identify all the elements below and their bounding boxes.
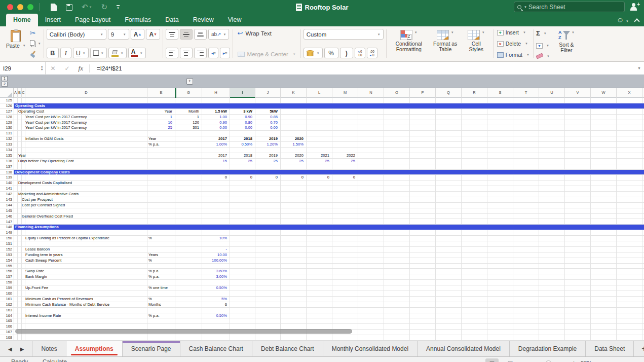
grid-cell[interactable]: 2017 <box>202 153 230 159</box>
increase-font-size-button[interactable]: A▲ <box>131 29 145 40</box>
font-name-combo[interactable]: Calibri (Body)▼ <box>47 29 106 40</box>
grid-cell[interactable]: 25 <box>255 159 281 164</box>
redo-icon[interactable]: ↻ <box>101 0 108 14</box>
paste-button[interactable]: Paste▼ <box>4 29 28 58</box>
section-banner[interactable]: Development Company Costs <box>14 170 644 175</box>
cell-styles-button[interactable]: ▼ Cell Styles <box>462 29 490 58</box>
column-header-H[interactable]: H <box>202 88 230 98</box>
grid-cell[interactable]: 120 <box>175 120 202 126</box>
autosum-button[interactable]: Σ▼ <box>536 29 550 37</box>
column-header-A[interactable]: A <box>14 88 18 98</box>
column-header-B[interactable]: B <box>18 88 22 98</box>
grid-cell[interactable]: 2019 <box>255 153 281 159</box>
insert-function-icon[interactable]: fx <box>79 64 90 73</box>
grid-cell[interactable]: 25 <box>147 125 175 131</box>
ribbon-tab-home[interactable]: Home <box>6 14 38 26</box>
grid-cell[interactable]: 0.85 <box>255 115 281 120</box>
decrease-font-size-button[interactable]: A▼ <box>146 29 160 40</box>
grid-cell[interactable]: 10.00 <box>202 252 230 258</box>
row-header-133[interactable]: 133 <box>0 142 12 147</box>
grid-cell[interactable]: 3.00% <box>202 274 230 280</box>
increase-indent-button[interactable]: ▸≡ <box>220 48 230 58</box>
column-header-C[interactable]: C <box>22 88 25 98</box>
row-header-125[interactable]: 125 <box>0 98 12 103</box>
accounting-format-button[interactable]: ▼ <box>304 48 323 58</box>
share-person-add-icon[interactable]: + <box>630 3 639 11</box>
ribbon-tab-review[interactable]: Review <box>186 14 221 26</box>
formula-input[interactable]: =I24*I$21 <box>97 65 122 71</box>
sheet-tab-degradation-example[interactable]: Degradation Example <box>510 341 586 356</box>
row-header-147[interactable]: 147 <box>0 220 12 225</box>
grid-cell[interactable]: 0 <box>281 175 307 180</box>
row-header-127[interactable]: 127 <box>0 109 12 114</box>
grid-cell-label[interactable]: Marketing and Administrative Costs <box>18 192 79 197</box>
row-header-140[interactable]: 140 <box>0 180 12 186</box>
sheet-tab-assumptions[interactable]: Assumptions <box>66 341 123 356</box>
grid-cell-label[interactable]: Equity Funding as Percent of Capital Exp… <box>25 236 109 241</box>
grid-cell[interactable]: 0 <box>255 175 281 180</box>
row-header-165[interactable]: 165 <box>0 318 12 323</box>
grid-cell[interactable]: 2019 <box>255 136 281 142</box>
zoom-in-icon[interactable]: + <box>572 359 576 362</box>
grid-cell[interactable]: 0.50% <box>230 142 255 148</box>
row-header-138[interactable]: 138 <box>0 170 12 175</box>
column-header-W[interactable]: W <box>591 88 617 98</box>
grid-cell[interactable]: % p.a. <box>147 274 175 280</box>
align-center-button[interactable] <box>180 48 193 58</box>
row-header-157[interactable]: 157 <box>0 274 12 279</box>
grid-cell[interactable]: 1.5 kW <box>202 109 230 115</box>
grid-cell-label[interactable]: Swap Rate <box>25 269 44 274</box>
minimize-window-button[interactable] <box>17 4 23 10</box>
ribbon-tab-formulas[interactable]: Formulas <box>118 14 158 26</box>
grid-cell[interactable]: 5% <box>202 297 230 302</box>
grid-cell[interactable]: Year <box>147 109 175 115</box>
grid-cell[interactable]: 1.00 <box>202 115 230 120</box>
grid-cell[interactable]: Month <box>175 109 202 115</box>
row-header-145[interactable]: 145 <box>0 208 12 213</box>
underline-button[interactable]: U▼ <box>73 48 89 58</box>
number-format-combo[interactable]: Custom▼ <box>304 29 384 40</box>
row-header-154[interactable]: 154 <box>0 258 12 263</box>
grid-cell[interactable]: 301 <box>175 125 202 131</box>
row-header-168[interactable]: 168 <box>0 335 12 340</box>
sheet-tab-monthly-consolidated-model[interactable]: Monthly Consolidated Model <box>323 341 418 356</box>
grid-cell[interactable]: 5kW <box>255 109 281 115</box>
align-bottom-button[interactable] <box>194 29 207 40</box>
grid-cell[interactable]: 2017 <box>202 136 230 142</box>
grid-cell-label[interactable]: Operating Cost <box>18 109 44 115</box>
column-header-D[interactable]: D <box>25 88 147 98</box>
bold-button[interactable]: B <box>47 48 59 58</box>
sheet-tab-scenario-page[interactable]: Scenario Page <box>123 341 180 356</box>
grid-cell-label[interactable]: Cash Sweep Percent <box>25 258 61 264</box>
collapse-ribbon-icon[interactable] <box>634 18 639 24</box>
comma-style-button[interactable]: ) <box>340 48 353 58</box>
font-size-combo[interactable]: 9▼ <box>108 29 129 40</box>
row-header-160[interactable]: 160 <box>0 291 12 296</box>
grid-cell-label[interactable]: Inflation in O&M Costs <box>25 136 64 142</box>
grid-cell[interactable]: 1 <box>175 115 202 120</box>
grid-cell[interactable]: 0.80 <box>230 120 255 126</box>
grid-cell[interactable]: 0.90 <box>202 120 230 126</box>
grid-cell-label[interactable]: Year/ Cost per kW in 2017 Currency <box>25 120 87 126</box>
row-header-152[interactable]: 152 <box>0 247 12 252</box>
row-header-135[interactable]: 135 <box>0 153 12 158</box>
sheet-nav-left-icon[interactable]: ◀ <box>8 346 12 352</box>
grid-cell[interactable]: Years <box>147 252 175 258</box>
grid-cell-label[interactable]: Year/ Cost per kW in 2017 Currency <box>25 125 87 131</box>
column-header-L[interactable]: L <box>307 88 332 98</box>
align-middle-button[interactable] <box>180 29 193 40</box>
row-header-162[interactable]: 162 <box>0 302 12 307</box>
conditional-formatting-button[interactable]: ≠▼ Conditional Formatting <box>389 29 429 58</box>
ribbon-tab-view[interactable]: View <box>221 14 249 26</box>
row-header-166[interactable]: 166 <box>0 324 12 329</box>
format-as-table-button[interactable]: ▼ Format as Table <box>430 29 461 58</box>
grid-cell[interactable]: % p.a. <box>147 313 175 319</box>
save-icon[interactable] <box>66 4 72 11</box>
grid-cell[interactable]: 0.70 <box>255 120 281 126</box>
row-header-153[interactable]: 153 <box>0 252 12 258</box>
grid-cell-label[interactable]: Year <box>18 153 26 159</box>
outline-level-1-button[interactable]: 1 <box>2 76 8 81</box>
grid-cell[interactable]: 0.00 <box>255 125 281 131</box>
grid-cell-label[interactable]: Minimum Cash as Percent of Revenues <box>25 297 93 302</box>
grid-cell[interactable]: 0.50% <box>202 285 230 291</box>
